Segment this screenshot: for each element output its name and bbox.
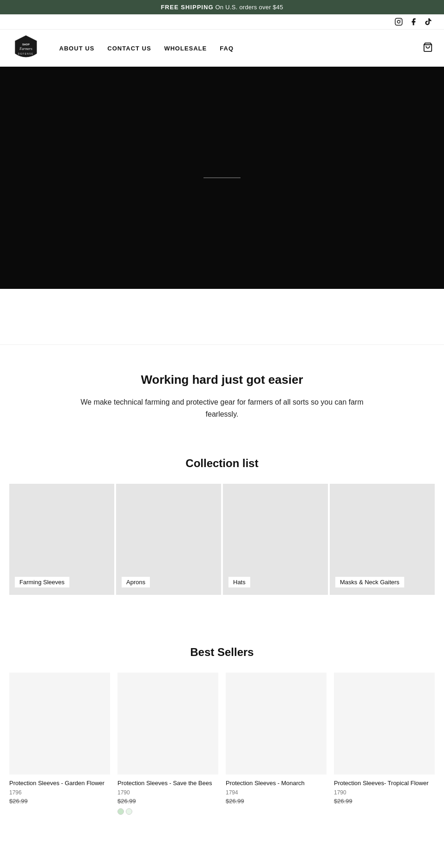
facebook-icon[interactable] <box>409 17 418 26</box>
product-thumb-1 <box>117 673 218 774</box>
hero-section <box>0 67 444 289</box>
product-sku-3: 1790 <box>334 789 435 796</box>
swatch-light-green[interactable] <box>126 808 132 815</box>
navbar: SHOP Farmers DEFENSE ABOUT US CONTACT US… <box>0 30 444 67</box>
logo[interactable]: SHOP Farmers DEFENSE <box>11 33 41 63</box>
instagram-icon[interactable] <box>394 17 403 26</box>
top-banner: FREE SHIPPING On U.S. orders over $45 <box>0 0 444 14</box>
bestsellers-section: Best Sellers Protection Sleeves - Garden… <box>0 623 444 843</box>
social-bar <box>0 14 444 30</box>
product-title-0: Protection Sleeves - Garden Flower <box>9 779 110 787</box>
nav-faq[interactable]: FAQ <box>220 45 234 52</box>
about-heading: Working hard just got easier <box>74 373 370 387</box>
svg-text:DEFENSE: DEFENSE <box>18 53 34 55</box>
about-section: Working hard just got easier We make tec… <box>0 345 444 438</box>
product-grid: Protection Sleeves - Garden Flower 1796 … <box>9 673 435 815</box>
product-sku-1: 1790 <box>117 789 218 796</box>
nav-contact-us[interactable]: CONTACT US <box>107 45 151 52</box>
product-item-1[interactable]: Protection Sleeves - Save the Bees 1790 … <box>117 673 218 815</box>
product-thumb-3 <box>334 673 435 774</box>
collection-label-hats: Hats <box>228 577 250 587</box>
bestsellers-heading: Best Sellers <box>9 646 435 659</box>
product-thumb-0 <box>9 673 110 774</box>
product-sku-2: 1794 <box>226 789 327 796</box>
tiktok-icon[interactable] <box>424 17 433 26</box>
color-swatches-1 <box>117 808 218 815</box>
svg-text:SHOP: SHOP <box>22 43 30 46</box>
product-item-2[interactable]: Protection Sleeves - Monarch 1794 $26.99 <box>226 673 327 815</box>
banner-bold-text: FREE SHIPPING <box>161 4 214 11</box>
product-price-0: $26.99 <box>9 798 110 805</box>
product-title-1: Protection Sleeves - Save the Bees <box>117 779 218 787</box>
collection-section: Collection list Farming Sleeves Aprons H… <box>0 438 444 623</box>
product-title-2: Protection Sleeves - Monarch <box>226 779 327 787</box>
collection-label-aprons: Aprons <box>122 577 150 587</box>
hero-spacer <box>0 289 444 344</box>
nav-wholesale[interactable]: WHOLESALE <box>164 45 207 52</box>
about-body: We make technical farming and protective… <box>74 396 370 420</box>
banner-suffix-text: On U.S. orders over $45 <box>214 4 284 11</box>
collection-item-farming-sleeves[interactable]: Farming Sleeves <box>9 484 114 595</box>
product-price-3: $26.99 <box>334 798 435 805</box>
collection-item-aprons[interactable]: Aprons <box>116 484 221 595</box>
svg-rect-0 <box>395 19 402 25</box>
product-thumb-2 <box>226 673 327 774</box>
collection-item-hats[interactable]: Hats <box>223 484 328 595</box>
collection-label-masks: Masks & Neck Gaiters <box>335 577 404 587</box>
swatch-green[interactable] <box>117 808 124 815</box>
nav-about-us[interactable]: ABOUT US <box>59 45 94 52</box>
product-price-1: $26.99 <box>117 798 218 805</box>
collection-grid: Farming Sleeves Aprons Hats Masks & Neck… <box>9 484 435 595</box>
hero-progress-bar <box>204 177 240 178</box>
collection-heading: Collection list <box>9 457 435 470</box>
svg-text:Farmers: Farmers <box>19 47 32 51</box>
product-item-3[interactable]: Protection Sleeves- Tropical Flower 1790… <box>334 673 435 815</box>
collection-item-masks[interactable]: Masks & Neck Gaiters <box>330 484 435 595</box>
collection-label-farming-sleeves: Farming Sleeves <box>15 577 69 587</box>
cart-icon[interactable] <box>423 42 433 55</box>
product-sku-0: 1796 <box>9 789 110 796</box>
product-item-0[interactable]: Protection Sleeves - Garden Flower 1796 … <box>9 673 110 815</box>
product-title-3: Protection Sleeves- Tropical Flower <box>334 779 435 787</box>
product-price-2: $26.99 <box>226 798 327 805</box>
